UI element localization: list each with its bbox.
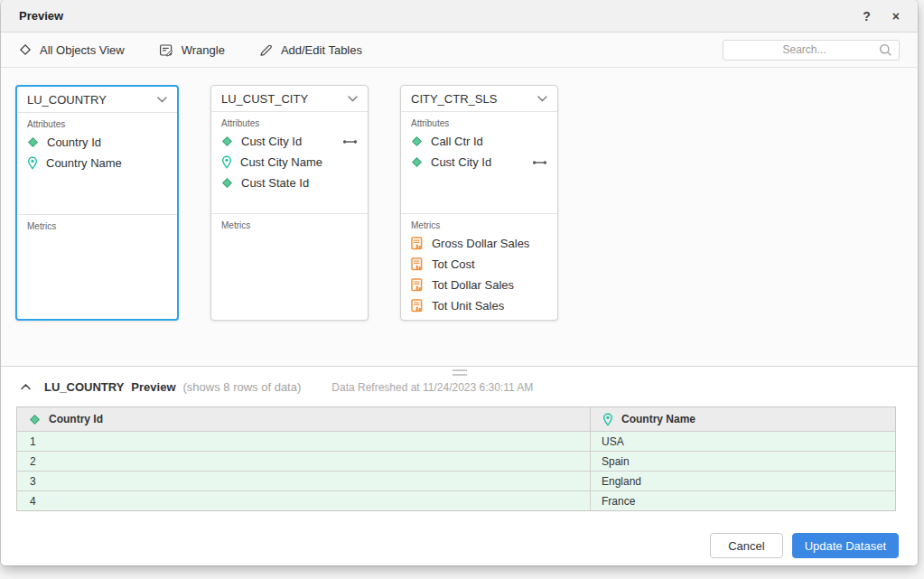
link-icon	[342, 138, 358, 145]
cancel-button[interactable]: Cancel	[710, 533, 782, 558]
metric-icon	[411, 299, 424, 313]
metrics-label: Metrics	[221, 220, 358, 230]
toolbar-item-label: All Objects View	[40, 43, 125, 57]
attribute-item[interactable]: Country Id	[27, 132, 167, 153]
table-row: 4 France	[17, 490, 895, 510]
chevron-down-icon	[157, 97, 167, 103]
tables-canvas: LU_COUNTRY Attributes Country Id Country…	[1, 68, 918, 366]
close-icon[interactable]: ×	[892, 10, 900, 23]
dialog-footer: Cancel Update Dataset	[1, 511, 918, 558]
wrangle-icon	[159, 43, 173, 57]
attribute-item[interactable]: Cust State Id	[221, 173, 358, 193]
metric-item[interactable]: Tot Dollar Sales	[411, 275, 547, 295]
metrics-section: Metrics	[17, 215, 177, 319]
chevron-up-icon	[21, 384, 31, 390]
chevron-down-icon	[348, 96, 358, 102]
divider-drag-handle[interactable]	[453, 369, 467, 376]
table-cell: USA	[590, 432, 895, 451]
preview-panel: LU_COUNTRY Preview (shows 8 rows of data…	[1, 367, 918, 565]
table-cell: 4	[17, 491, 590, 510]
object-label: Tot Cost	[432, 257, 475, 271]
metric-item[interactable]: Gross Dollar Sales	[411, 233, 547, 254]
table-cell: France	[590, 491, 895, 510]
add-edit-tables-button[interactable]: Add/Edit Tables	[259, 43, 362, 57]
object-label: Tot Dollar Sales	[432, 278, 514, 292]
all-objects-view-button[interactable]: All Objects View	[19, 43, 125, 57]
attribute-item[interactable]: Cust City Name	[221, 152, 358, 173]
dialog-title: Preview	[19, 9, 63, 23]
collapse-preview-button[interactable]	[21, 384, 31, 390]
table-card-title: LU_COUNTRY	[27, 93, 107, 107]
attribute-item[interactable]: Cust City Id	[411, 152, 547, 173]
attributes-label: Attributes	[221, 118, 358, 128]
toolbar-item-label: Add/Edit Tables	[281, 43, 362, 57]
attributes-section: Attributes Cust City Id Cust City Name C…	[211, 112, 368, 213]
attribute-id-icon	[27, 136, 39, 148]
search-input[interactable]	[730, 42, 879, 57]
metric-item[interactable]: Tot Unit Sales	[411, 295, 547, 316]
attribute-name-icon	[27, 156, 38, 170]
metrics-label: Metrics	[27, 221, 167, 231]
link-icon	[532, 159, 547, 166]
table-card-lu_country: LU_COUNTRY Attributes Country Id Country…	[15, 85, 179, 321]
attributes-list: Cust City Id Cust City Name Cust State I…	[221, 131, 358, 193]
table-cell: 1	[17, 432, 590, 451]
attributes-list: Country Id Country Name	[27, 132, 167, 173]
attributes-label: Attributes	[411, 118, 547, 128]
wrangle-button[interactable]: Wrangle	[159, 43, 225, 57]
column-header-label: Country Name	[621, 413, 695, 425]
column-header-country-id[interactable]: Country Id	[17, 407, 590, 431]
preview-title: Preview	[131, 380, 175, 394]
table-card-header[interactable]: LU_CUST_CITY	[211, 86, 368, 112]
titlebar-actions: ? ×	[863, 10, 900, 23]
table-cell: 2	[17, 452, 590, 471]
diamond-outline-icon	[19, 43, 32, 56]
attributes-list: Call Ctr Id Cust City Id	[411, 131, 547, 173]
metric-item[interactable]: Tot Cost	[411, 254, 547, 275]
chevron-down-icon	[537, 96, 547, 102]
metrics-section: Metrics Gross Dollar Sales Tot Cost Tot …	[401, 214, 557, 320]
preview-table-name: LU_COUNTRY	[44, 380, 124, 394]
table-card-title: CITY_CTR_SLS	[411, 92, 497, 106]
grid-header-row: Country Id Country Name	[17, 407, 895, 431]
update-dataset-button[interactable]: Update Dataset	[792, 533, 899, 558]
preview-header: LU_COUNTRY Preview (shows 8 rows of data…	[1, 380, 918, 394]
column-header-label: Country Id	[49, 413, 103, 425]
attribute-item[interactable]: Cust City Id	[221, 131, 358, 152]
attribute-item[interactable]: Country Name	[27, 153, 167, 173]
attribute-item[interactable]: Call Ctr Id	[411, 131, 547, 152]
table-card-city_ctr_sls: CITY_CTR_SLS Attributes Call Ctr Id Cust…	[400, 85, 558, 321]
object-label: Country Name	[46, 156, 122, 170]
search-box[interactable]	[723, 40, 900, 61]
attribute-id-icon	[411, 156, 423, 168]
table-row: 2 Spain	[17, 451, 895, 471]
object-label: Cust City Id	[431, 155, 491, 169]
table-row: 3 England	[17, 471, 895, 490]
attributes-section: Attributes Call Ctr Id Cust City Id	[401, 112, 557, 213]
attribute-name-icon	[602, 413, 613, 426]
toolbar-item-label: Wrangle	[182, 43, 225, 57]
table-card-header[interactable]: CITY_CTR_SLS	[401, 86, 557, 112]
search-icon[interactable]	[879, 43, 892, 57]
column-header-country-name[interactable]: Country Name	[590, 407, 895, 431]
object-label: Cust City Id	[241, 135, 302, 148]
help-icon[interactable]: ?	[863, 10, 871, 23]
metric-icon	[411, 278, 424, 292]
attribute-id-icon	[411, 135, 423, 147]
preview-grid: Country Id Country Name 1 USA 2 Spain 3 …	[16, 406, 896, 511]
metrics-list: Gross Dollar Sales Tot Cost Tot Dollar S…	[411, 233, 547, 316]
panel-divider	[1, 366, 918, 367]
object-label: Tot Unit Sales	[432, 299, 504, 313]
object-label: Country Id	[47, 135, 101, 149]
toolbar: All Objects View Wrangle Add/Edit Tables	[1, 33, 918, 68]
object-label: Cust City Name	[240, 155, 322, 169]
table-card-title: LU_CUST_CITY	[221, 92, 308, 106]
object-label: Gross Dollar Sales	[432, 237, 529, 250]
data-refreshed-text: Data Refreshed at 11/24/2023 6:30:11 AM	[331, 381, 533, 394]
object-label: Cust State Id	[241, 176, 309, 190]
attribute-id-icon	[221, 177, 233, 189]
attribute-name-icon	[221, 155, 232, 169]
table-card-header[interactable]: LU_COUNTRY	[17, 87, 177, 113]
metrics-label: Metrics	[411, 220, 547, 230]
grid-body: 1 USA 2 Spain 3 England 4 France	[17, 431, 895, 510]
